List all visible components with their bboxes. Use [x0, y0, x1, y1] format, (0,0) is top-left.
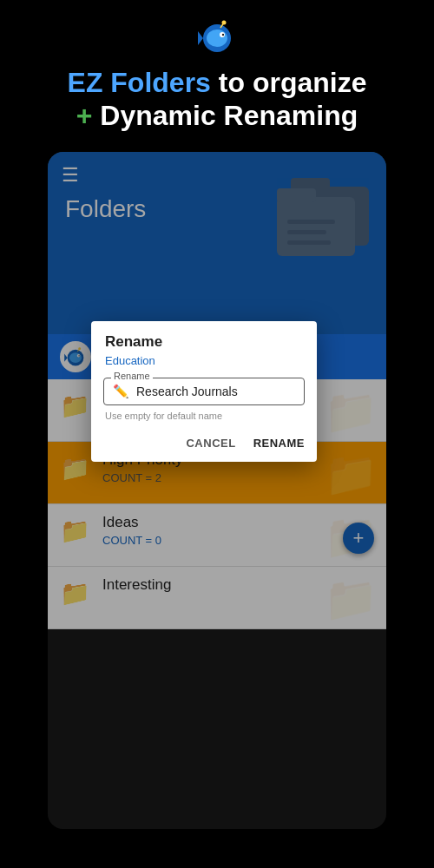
dialog-title: Rename	[91, 321, 317, 354]
svg-point-6	[222, 21, 227, 25]
dialog-actions: CANCEL RENAME	[91, 430, 317, 462]
rename-button[interactable]: RENAME	[252, 433, 306, 453]
dialog-overlay: Rename Education Rename ✏️ Use empty for…	[48, 152, 386, 829]
dialog-field-wrap: Rename ✏️	[103, 378, 305, 405]
cancel-button[interactable]: CANCEL	[184, 433, 237, 453]
pencil-icon: ✏️	[113, 384, 129, 399]
headline-dynamic: Dynamic Renaming	[92, 100, 358, 131]
dialog-field-label: Rename	[111, 371, 153, 381]
svg-point-1	[207, 30, 227, 47]
headline-blue: EZ Folders	[68, 67, 211, 98]
svg-marker-4	[198, 31, 203, 45]
headline: EZ Folders to organize + Dynamic Renamin…	[68, 66, 367, 133]
app-logo	[196, 16, 238, 57]
dialog-box: Rename Education Rename ✏️ Use empty for…	[91, 321, 317, 462]
phone-frame: ☰ Folders	[48, 152, 386, 829]
dialog-hint: Use empty for default name	[91, 409, 317, 430]
top-header: EZ Folders to organize + Dynamic Renamin…	[0, 0, 434, 141]
svg-point-3	[222, 34, 224, 36]
rename-input[interactable]	[136, 385, 295, 398]
